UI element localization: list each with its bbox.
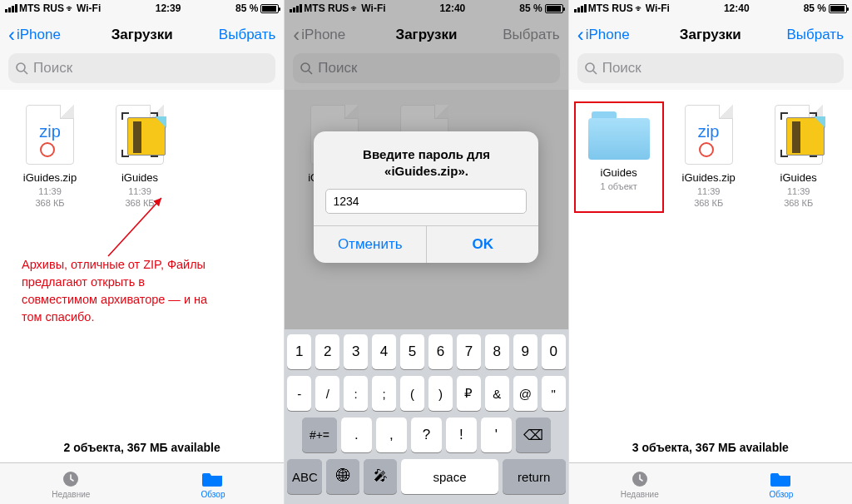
key-at[interactable]: @ [513,376,537,411]
screen-3: MTS RUS ︎ᯤ Wi-Fi 12:40 85 % ‹iPhone Загр… [568,0,852,504]
mic-icon: 🎤︎ [374,468,388,485]
select-button[interactable]: Выбрать [755,27,844,43]
folder-icon [588,111,650,160]
key-colon[interactable]: : [344,376,368,411]
tab-recent[interactable]: Недавние [569,463,711,504]
search-input[interactable]: Поиск [8,53,275,83]
back-button[interactable]: ‹iPhone [577,23,666,47]
svg-line-1 [24,71,27,74]
key-3[interactable]: 3 [344,334,368,369]
key-0[interactable]: 0 [542,334,566,369]
svg-point-4 [301,63,310,72]
key-quote[interactable]: " [542,376,566,411]
password-alert: Введите пароль для «iGuides.zip». Отмени… [314,131,538,263]
search-icon [15,62,28,75]
chevron-left-icon: ‹ [293,23,300,47]
key-4[interactable]: 4 [372,334,396,369]
backspace-icon: ⌫ [523,427,543,444]
key-abc[interactable]: ABC [287,459,322,494]
password-input[interactable] [325,189,527,214]
globe-icon: 🌐︎ [336,468,350,485]
page-title: Загрузки [97,27,186,43]
key-2[interactable]: 2 [315,334,339,369]
key-symbols[interactable]: #+= [302,418,337,452]
key-7[interactable]: 7 [457,334,481,369]
status-bar: MTS RUS ︎ᯤ Wi-Fi 12:40 85 % [569,0,852,17]
key-space[interactable]: space [401,459,498,494]
ok-button[interactable]: OK [426,226,539,263]
tab-browse[interactable]: Обзор [711,463,852,504]
keyboard-row-3: #+= . , ? ! ' ⌫ [287,418,565,452]
file-item-zip[interactable]: zip iGuides.zip 11:39368 КБ [664,101,754,213]
folder-icon [770,469,792,489]
footer-status: 3 объекта, 367 МБ available [569,432,852,462]
signal-icon [574,4,587,12]
key-apos[interactable]: ' [481,418,512,452]
clock: 12:39 [101,2,235,14]
battery-icon [545,4,563,13]
search-input[interactable]: Поиск [577,53,844,83]
file-grid: zip iGuides.zip 11:39368 КБ iGuides 11:3… [0,90,284,432]
key-8[interactable]: 8 [485,334,509,369]
keyboard-row-1: 1 2 3 4 5 6 7 8 9 0 [287,334,565,369]
nav-bar: ‹iPhone Загрузки Выбрать [569,17,852,53]
file-item-archive[interactable]: iGuides 11:39368 КБ [754,101,844,213]
signal-icon [290,4,302,12]
key-dash[interactable]: - [287,376,311,411]
tab-browse[interactable]: Обзор [142,463,285,504]
cancel-button[interactable]: Отменить [314,226,426,263]
alert-message: Введите пароль для «iGuides.zip». [314,131,538,189]
key-backspace[interactable]: ⌫ [516,418,551,452]
search-icon [584,62,597,75]
key-5[interactable]: 5 [400,334,424,369]
wifi-icon: ︎ᯤ [350,3,359,13]
nav-bar: ‹iPhone Загрузки Выбрать [285,17,567,53]
folder-icon [202,469,224,489]
key-mic[interactable]: 🎤︎ [364,459,397,494]
screen-1: MTS RUS ︎ᯤ Wi-Fi 12:39 85 % ‹iPhone Загр… [0,0,284,504]
keyboard: 1 2 3 4 5 6 7 8 9 0 - / : ; ( ) ₽ & @ " … [285,329,567,504]
key-period[interactable]: . [341,418,372,452]
net-label: Wi-Fi [77,2,101,14]
key-return[interactable]: return [503,459,566,494]
wifi-icon: ︎ᯤ [635,3,644,13]
key-1[interactable]: 1 [287,334,311,369]
key-ruble[interactable]: ₽ [457,376,481,411]
key-amp[interactable]: & [485,376,509,411]
tab-recent[interactable]: Недавние [0,463,142,504]
battery-pct: 85 % [235,2,258,14]
clock: 12:40 [386,2,520,14]
key-lparen[interactable]: ( [400,376,424,411]
battery-icon [829,4,847,13]
key-question[interactable]: ? [411,418,442,452]
file-item-archive[interactable]: iGuides 11:39368 КБ [95,101,185,213]
nav-bar: ‹iPhone Загрузки Выбрать [0,17,284,53]
battery-icon [260,4,279,13]
search-input: Поиск [293,53,559,83]
back-button: ‹iPhone [293,23,382,47]
clock-icon [629,469,651,489]
wifi-icon: ︎ᯤ [66,3,75,13]
svg-line-5 [309,71,312,74]
screen-2: MTS RUS ︎ᯤ Wi-Fi 12:40 85 % ‹iPhone Загр… [284,0,567,504]
key-9[interactable]: 9 [513,334,537,369]
chevron-left-icon: ‹ [577,23,584,47]
tab-bar: Недавние Обзор [0,462,284,504]
svg-point-6 [586,63,594,72]
page-title: Загрузки [382,27,471,43]
file-item-zip[interactable]: zip iGuides.zip 11:39368 КБ [5,101,95,213]
key-comma[interactable]: , [376,418,407,452]
tab-bar: Недавние Обзор [569,462,852,504]
key-globe[interactable]: 🌐︎ [326,459,359,494]
file-grid: iGuides 1 объект zip iGuides.zip 11:3936… [569,90,852,432]
status-bar: MTS RUS ︎ᯤ Wi-Fi 12:39 85 % [0,0,284,17]
select-button[interactable]: Выбрать [186,27,275,43]
key-excl[interactable]: ! [446,418,477,452]
key-semicolon[interactable]: ; [372,376,396,411]
key-rparen[interactable]: ) [428,376,453,411]
back-button[interactable]: ‹iPhone [8,23,97,47]
key-6[interactable]: 6 [428,334,453,369]
select-button: Выбрать [471,27,560,43]
key-slash[interactable]: / [315,376,339,411]
file-item-folder[interactable]: iGuides 1 объект [574,101,664,213]
